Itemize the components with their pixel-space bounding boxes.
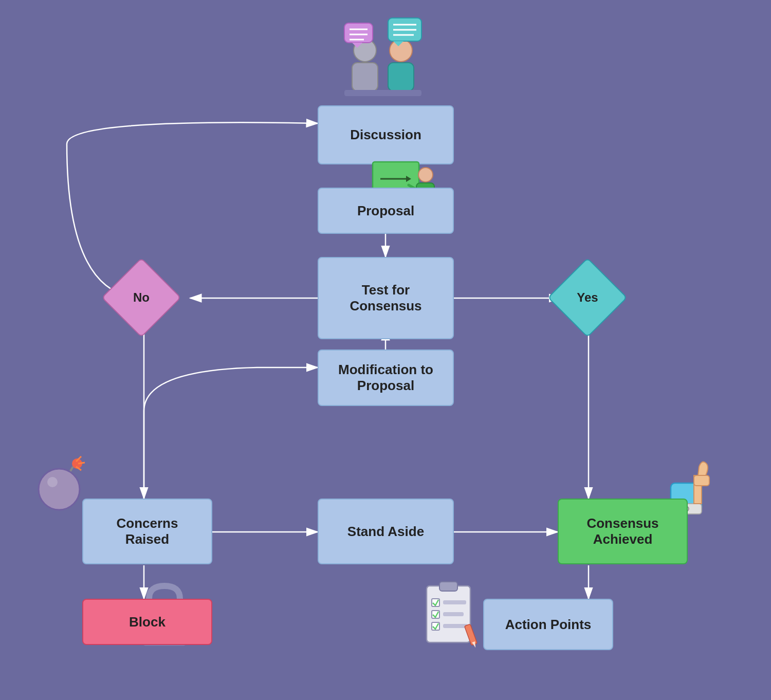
svg-rect-57 [694,475,709,486]
action-points-box: Action Points [483,599,613,650]
svg-rect-66 [443,600,466,604]
stand-aside-box: Stand Aside [318,499,454,564]
svg-point-32 [418,168,433,182]
modification-box: Modification to Proposal [318,349,454,406]
svg-line-52 [78,463,85,464]
svg-rect-62 [439,582,457,591]
no-diamond: No [113,269,170,326]
proposal-box: Proposal [318,188,454,234]
svg-rect-67 [443,612,464,616]
svg-rect-68 [443,624,468,628]
consensus-achieved-box: Consensus Achieved [558,499,688,564]
svg-rect-16 [344,90,421,96]
svg-point-50 [47,477,58,487]
discussion-box: Discussion [318,105,454,164]
svg-rect-13 [352,63,378,91]
yes-diamond: Yes [559,269,616,326]
test-consensus-box: Test for Consensus [318,257,454,339]
concerns-box: Concerns Raised [82,499,212,564]
svg-rect-15 [388,63,414,91]
svg-point-49 [39,469,80,510]
block-box: Block [82,599,212,645]
